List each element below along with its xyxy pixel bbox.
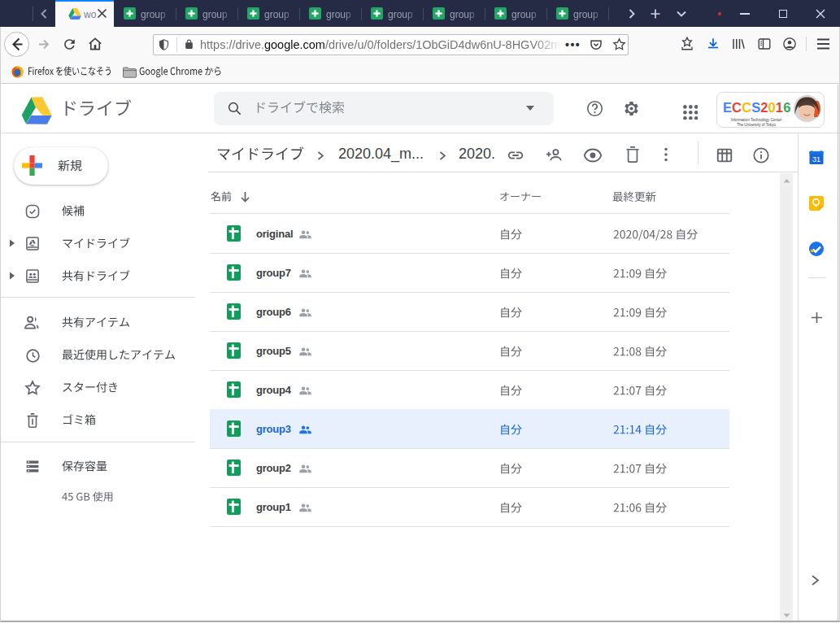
svg-text:31: 31 (812, 155, 820, 163)
